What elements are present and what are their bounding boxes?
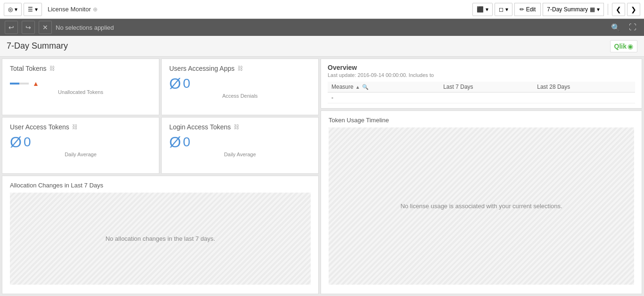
list-icon: ☰ <box>28 6 33 13</box>
login-access-tokens-card: Login Access Tokens ⛓ Ø 0 Daily Average <box>161 117 319 174</box>
selection-fullscreen-icon[interactable]: ⛶ <box>626 21 639 34</box>
overview-table: Measure ▲ 🔍 Last 7 Days Last 28 Days <box>328 82 635 103</box>
total-tokens-link-icon[interactable]: ⛓ <box>50 65 55 72</box>
total-tokens-area: ▲ <box>10 80 151 87</box>
compass-chevron: ▾ <box>15 6 17 13</box>
right-panel: Overview Last update: 2016-09-14 00:00:0… <box>321 57 644 296</box>
measure-col-header: Measure ▲ 🔍 <box>328 82 439 93</box>
selection-bar: ↩ ↪ ✕ No selections applied 🔍 ⛶ <box>0 19 644 36</box>
undo-button[interactable]: ↩ <box>5 21 18 34</box>
redo-button[interactable]: ↪ <box>22 21 35 34</box>
undo-icon: ↩ <box>8 24 14 31</box>
overview-card: Overview Last update: 2016-09-14 00:00:0… <box>321 59 642 109</box>
token-usage-no-data-text: No license usage is associated with your… <box>400 203 562 210</box>
login-access-tokens-sub: Daily Average <box>169 152 311 157</box>
bookmark-icon: ◻ <box>499 6 504 13</box>
qlik-logo-icon: ◉ <box>627 42 633 50</box>
nav-next-button[interactable]: ❯ <box>627 3 640 16</box>
token-usage-timeline-card: Token Usage Timeline No license usage is… <box>321 110 642 294</box>
login-access-tokens-value: 0 <box>183 135 190 150</box>
nav-prev-button[interactable]: ❮ <box>612 3 625 16</box>
allocation-changes-no-data-text: No allocation changes in the last 7 days… <box>106 235 215 242</box>
users-accessing-apps-card: Users Accessing Apps ⛓ Ø 0 Access Denial… <box>161 59 319 115</box>
selection-right-icons: 🔍 ⛶ <box>609 21 639 34</box>
globe-icon: ⊕ <box>93 6 98 13</box>
allocation-changes-title: Allocation Changes in Last 7 Days <box>10 182 311 189</box>
mid-cards-row: User Access Tokens ⛓ Ø 0 Daily Average L… <box>2 117 319 174</box>
redo-icon: ↪ <box>25 24 31 31</box>
edit-button[interactable]: ✏ Edit <box>514 3 541 16</box>
user-access-tokens-value: 0 <box>24 135 31 150</box>
left-panel: Total Tokens ⛓ ▲ Unallocated Tokens User… <box>0 57 321 296</box>
pencil-icon: ✏ <box>520 6 524 13</box>
toolbar-divider <box>608 4 608 15</box>
measure-search-icon[interactable]: 🔍 <box>362 84 369 90</box>
no-selections-text: No selections applied <box>56 24 605 31</box>
users-accessing-apps-link-icon[interactable]: ⛓ <box>238 65 243 72</box>
summary-button[interactable]: 7-Day Summary ▦ ▾ <box>543 3 604 16</box>
overview-last-update: Last update: 2016-09-14 00:00:00. Includ… <box>328 72 635 78</box>
screen-chevron: ▾ <box>486 6 488 13</box>
login-access-tokens-link-icon[interactable]: ⛓ <box>234 124 239 130</box>
screen-button[interactable]: ⬛ ▾ <box>472 3 493 16</box>
clear-icon: ✕ <box>42 24 48 31</box>
login-access-tokens-value-area: Ø 0 <box>169 135 311 150</box>
user-access-tokens-zero-icon: Ø <box>10 135 22 150</box>
screen-icon: ⬛ <box>477 6 484 13</box>
allocation-changes-no-data: No allocation changes in the last 7 days… <box>10 193 311 285</box>
main-toolbar: ◎ ▾ ☰ ▾ License Monitor ⊕ ⬛ ▾ ◻ ▾ ✏ Edit… <box>0 0 644 19</box>
users-accessing-apps-value: 0 <box>183 76 190 91</box>
users-accessing-apps-title: Users Accessing Apps ⛓ <box>169 65 311 72</box>
users-accessing-apps-value-area: Ø 0 <box>169 76 311 91</box>
summary-label: 7-Day Summary <box>547 6 588 13</box>
page-title: 7-Day Summary <box>7 41 68 51</box>
token-bar-blue <box>10 83 19 85</box>
nav-next-icon: ❯ <box>631 6 636 13</box>
sort-asc-icon[interactable]: ▲ <box>355 85 360 90</box>
user-access-tokens-link-icon[interactable]: ⛓ <box>72 124 78 130</box>
selection-search-icon[interactable]: 🔍 <box>609 21 622 34</box>
access-denials-label: Access Denials <box>169 93 311 99</box>
qlik-logo: Qlik ◉ <box>610 40 637 52</box>
total-tokens-sub: Unallocated Tokens <box>10 89 151 95</box>
user-access-tokens-value-area: Ø 0 <box>10 135 151 150</box>
user-access-tokens-sub: Daily Average <box>10 152 151 157</box>
token-warning-icon: ▲ <box>33 80 39 87</box>
users-accessing-apps-zero-icon: Ø <box>169 76 181 91</box>
list-chevron: ▾ <box>35 6 38 13</box>
last28-col-header: Last 28 Days <box>533 82 635 93</box>
row1-last7 <box>439 93 533 103</box>
table-row: - <box>328 93 635 103</box>
total-tokens-card: Total Tokens ⛓ ▲ Unallocated Tokens <box>2 59 159 115</box>
user-access-tokens-title: User Access Tokens ⛓ <box>10 123 151 131</box>
summary-chevron: ▾ <box>597 6 600 13</box>
overview-title: Overview <box>328 64 635 71</box>
compass-icon: ◎ <box>8 6 13 13</box>
main-content: Total Tokens ⛓ ▲ Unallocated Tokens User… <box>0 57 644 296</box>
bookmark-chevron: ▾ <box>505 6 508 13</box>
allocation-changes-card: Allocation Changes in Last 7 Days No all… <box>2 176 319 294</box>
user-access-tokens-card: User Access Tokens ⛓ Ø 0 Daily Average <box>2 117 159 174</box>
page-title-bar: 7-Day Summary Qlik ◉ <box>0 36 644 57</box>
row1-measure: - <box>328 93 439 103</box>
nav-prev-icon: ❮ <box>616 6 621 13</box>
token-usage-timeline-title: Token Usage Timeline <box>329 117 634 124</box>
clear-button[interactable]: ✕ <box>39 21 52 34</box>
app-title-area: License Monitor ⊕ <box>44 6 101 13</box>
token-usage-timeline-no-data: No license usage is associated with your… <box>329 127 634 285</box>
list-button[interactable]: ☰ ▾ <box>24 3 42 16</box>
top-cards-row: Total Tokens ⛓ ▲ Unallocated Tokens User… <box>2 59 319 115</box>
row1-last28 <box>533 93 635 103</box>
compass-button[interactable]: ◎ ▾ <box>4 3 22 16</box>
bookmark-button[interactable]: ◻ ▾ <box>495 3 512 16</box>
layout-icon: ▦ <box>590 6 595 13</box>
qlik-logo-text: Qlik <box>614 42 627 50</box>
login-access-tokens-title: Login Access Tokens ⛓ <box>169 123 311 131</box>
token-indicator <box>10 83 29 85</box>
token-bar-container <box>10 83 29 85</box>
last7-col-header: Last 7 Days <box>439 82 533 93</box>
app-title-text: License Monitor <box>48 6 91 13</box>
edit-label: Edit <box>526 6 536 13</box>
total-tokens-title: Total Tokens ⛓ <box>10 65 151 72</box>
login-access-tokens-zero-icon: Ø <box>169 135 181 150</box>
